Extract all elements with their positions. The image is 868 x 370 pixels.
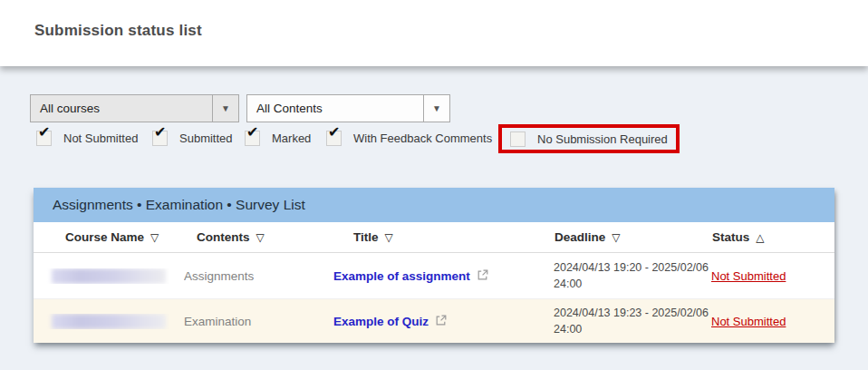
sort-desc-icon[interactable]: ▽ (385, 231, 393, 244)
content-filter-value: All Contents (247, 95, 423, 122)
column-label: Deadline (555, 230, 605, 244)
contents-cell: Examination (184, 315, 333, 328)
course-filter-value: All courses (31, 95, 212, 122)
checkbox[interactable]: ✔ (152, 131, 168, 146)
checkbox[interactable]: ✔ (245, 131, 260, 146)
filter-checkbox-submitted[interactable]: ✔ Submitted (152, 131, 233, 146)
course-filter-select[interactable]: All courses ▼ (30, 94, 239, 122)
table-row: Examination Example of Quiz 2024/04/13 1… (34, 299, 834, 343)
checkbox[interactable] (510, 131, 526, 147)
filter-checkbox-marked[interactable]: ✔ Marked (245, 131, 311, 146)
table-title: Assignments • Examination • Survey List (34, 188, 834, 222)
page-title: Submission status list (34, 22, 202, 40)
external-link-icon (477, 268, 489, 284)
column-header-title[interactable]: Title ▽ (353, 230, 555, 244)
checkbox-label: No Submission Required (537, 132, 668, 146)
redacted-course-name (52, 314, 166, 329)
column-header-course-name[interactable]: Course Name ▽ (34, 230, 197, 244)
checkbox[interactable]: ✔ (326, 131, 342, 146)
dropdown-arrow-icon[interactable]: ▼ (212, 95, 238, 122)
quiz-title-link[interactable]: Example of Quiz (333, 314, 448, 329)
filter-checkbox-not-submitted[interactable]: ✔ Not Submitted (36, 131, 138, 146)
dropdown-arrow-icon[interactable]: ▼ (423, 95, 449, 122)
checkbox-label: Marked (272, 131, 311, 145)
redacted-course-name (52, 268, 166, 284)
status-link[interactable]: Not Submitted (711, 269, 786, 283)
filter-checkbox-with-feedback-comments[interactable]: ✔ With Feedback Comments (326, 131, 492, 146)
page-header: Submission status list (0, 0, 868, 66)
column-label: Status (712, 230, 749, 244)
sort-asc-icon[interactable]: △ (756, 231, 764, 244)
checkmark-icon: ✔ (38, 125, 50, 140)
sort-desc-icon[interactable]: ▽ (612, 231, 620, 244)
assignment-title-link[interactable]: Example of assignment (333, 268, 489, 284)
sort-desc-icon[interactable]: ▽ (150, 231, 159, 244)
checkmark-icon: ✔ (328, 125, 340, 140)
status-link[interactable]: Not Submitted (711, 315, 786, 328)
filter-checkbox-no-submission-required[interactable]: No Submission Required (510, 131, 668, 147)
checkmark-icon: ✔ (154, 125, 166, 140)
submission-table: Assignments • Examination • Survey List … (34, 188, 834, 343)
course-name-cell (34, 268, 184, 284)
title-link-label: Example of Quiz (333, 315, 429, 328)
table-header-row: Course Name ▽ Contents ▽ Title ▽ Deadlin… (34, 222, 834, 253)
column-label: Contents (197, 230, 250, 244)
checkbox[interactable]: ✔ (36, 131, 52, 146)
checkbox-label: With Feedback Comments (353, 131, 492, 145)
content-filter-select[interactable]: All Contents ▼ (246, 94, 450, 122)
column-header-status[interactable]: Status △ (712, 230, 834, 244)
column-label: Title (353, 230, 379, 244)
checkbox-label: Not Submitted (63, 131, 138, 145)
contents-cell: Assignments (184, 269, 333, 283)
column-header-contents[interactable]: Contents ▽ (197, 230, 353, 244)
deadline-cell: 2024/04/13 19:23 - 2025/02/06 24:00 (554, 305, 709, 337)
red-highlight-annotation: No Submission Required (498, 124, 680, 153)
external-link-icon (435, 314, 448, 329)
column-header-deadline[interactable]: Deadline ▽ (555, 230, 712, 244)
title-link-label: Example of assignment (333, 269, 470, 283)
deadline-cell: 2024/04/13 19:20 - 2025/02/06 24:00 (554, 259, 709, 292)
sort-desc-icon[interactable]: ▽ (256, 231, 265, 244)
checkbox-label: Submitted (179, 131, 233, 145)
checkmark-icon: ✔ (246, 125, 258, 140)
course-name-cell (34, 314, 184, 329)
table-row: Assignments Example of assignment 2024/0… (34, 253, 834, 299)
column-label: Course Name (65, 230, 144, 244)
